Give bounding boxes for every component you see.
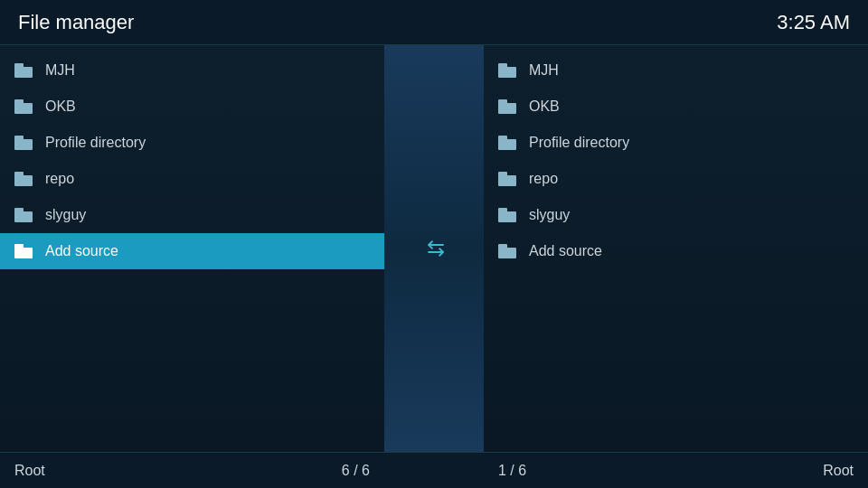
clock: 3:25 AM xyxy=(777,11,850,34)
right-footer-count: 1 / 6 xyxy=(498,463,526,479)
folder-icon xyxy=(498,244,518,258)
right-list-item[interactable]: repo xyxy=(484,161,868,197)
left-footer-count: 6 / 6 xyxy=(342,463,370,479)
file-name: Profile directory xyxy=(45,135,146,151)
right-list-item[interactable]: Add source xyxy=(484,233,868,269)
folder-icon xyxy=(14,63,34,78)
left-panel: MJHOKBProfile directoryreposlyguyAdd sou… xyxy=(0,45,384,452)
folder-icon xyxy=(498,208,518,222)
right-list-item[interactable]: OKB xyxy=(484,89,868,125)
right-footer-label: Root xyxy=(823,463,854,479)
app-title: File manager xyxy=(18,11,134,34)
bottom-bar: Root 6 / 6 1 / 6 Root xyxy=(0,452,868,488)
folder-icon xyxy=(14,99,34,114)
file-name: OKB xyxy=(529,99,560,115)
main-content: MJHOKBProfile directoryreposlyguyAdd sou… xyxy=(0,45,868,452)
right-list-item[interactable]: slyguy xyxy=(484,197,868,233)
bottom-left: Root 6 / 6 xyxy=(0,463,384,479)
top-bar: File manager 3:25 AM xyxy=(0,0,868,45)
file-name: MJH xyxy=(529,62,559,79)
folder-icon xyxy=(14,136,34,150)
bottom-right: 1 / 6 Root xyxy=(484,463,868,479)
folder-icon xyxy=(14,172,34,186)
folder-icon xyxy=(498,136,518,150)
left-list-item[interactable]: MJH xyxy=(0,52,384,89)
folder-icon xyxy=(498,172,518,186)
left-file-list: MJHOKBProfile directoryreposlyguyAdd sou… xyxy=(0,45,384,277)
right-panel: MJHOKBProfile directoryreposlyguyAdd sou… xyxy=(484,45,868,452)
file-name: repo xyxy=(45,171,74,187)
file-name: Add source xyxy=(529,243,602,259)
file-name: Profile directory xyxy=(529,135,629,151)
right-list-item[interactable]: Profile directory xyxy=(484,125,868,161)
file-name: slyguy xyxy=(45,207,86,223)
transfer-arrows-icon: ⇆ xyxy=(427,236,441,261)
left-list-item[interactable]: repo xyxy=(0,161,384,197)
center-divider: ⇆ xyxy=(384,45,484,452)
right-list-item[interactable]: MJH xyxy=(484,52,868,89)
left-list-item[interactable]: Add source xyxy=(0,233,384,269)
left-list-item[interactable]: slyguy xyxy=(0,197,384,233)
left-footer-label: Root xyxy=(14,463,45,479)
folder-icon xyxy=(498,99,518,114)
file-name: Add source xyxy=(45,243,118,259)
folder-icon xyxy=(498,63,518,78)
file-name: repo xyxy=(529,171,558,187)
file-name: slyguy xyxy=(529,207,570,223)
left-list-item[interactable]: Profile directory xyxy=(0,125,384,161)
left-list-item[interactable]: OKB xyxy=(0,89,384,125)
file-name: MJH xyxy=(45,62,75,79)
right-file-list: MJHOKBProfile directoryreposlyguyAdd sou… xyxy=(484,45,868,277)
folder-icon xyxy=(14,244,34,258)
folder-icon xyxy=(14,208,34,222)
file-name: OKB xyxy=(45,99,76,115)
